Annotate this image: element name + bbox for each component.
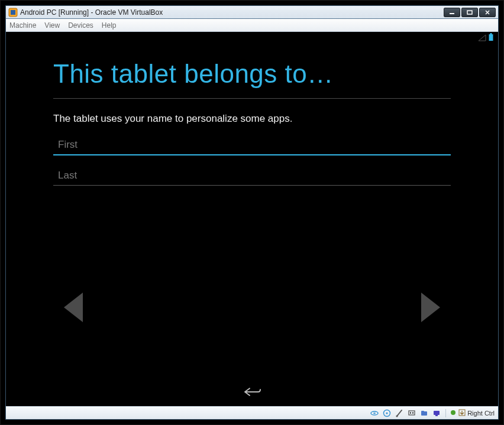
shared-folders-icon[interactable] (419, 408, 429, 418)
next-arrow-button[interactable] (419, 290, 445, 327)
svg-rect-17 (435, 415, 438, 416)
back-nav-icon[interactable] (241, 386, 263, 400)
optical-disk-icon[interactable] (382, 408, 392, 418)
svg-rect-11 (409, 411, 415, 415)
window-titlebar: Android PC [Running] - Oracle VM Virtual… (6, 6, 498, 19)
android-navbar (6, 380, 498, 406)
svg-rect-4 (490, 33, 492, 34)
svg-rect-12 (410, 412, 411, 414)
virtualbox-statusbar: Right Ctrl (6, 406, 498, 419)
display-icon[interactable] (432, 408, 441, 418)
first-name-input[interactable] (53, 135, 451, 155)
setup-description: The tablet uses your name to personalize… (53, 113, 451, 125)
svg-point-10 (396, 415, 398, 417)
menubar: Machine View Devices Help (6, 19, 498, 32)
android-statusbar (6, 32, 498, 45)
vm-display: This tablet belongs to… The tablet uses … (6, 32, 498, 406)
svg-rect-13 (412, 412, 413, 414)
svg-rect-16 (434, 411, 440, 415)
android-setup-screen: This tablet belongs to… The tablet uses … (6, 45, 498, 380)
mouse-integration-icon (450, 409, 457, 417)
setup-heading: This tablet belongs to… (53, 59, 451, 99)
svg-point-9 (386, 412, 388, 414)
svg-rect-2 (450, 13, 454, 14)
usb-icon[interactable] (395, 408, 404, 418)
back-arrow-button[interactable] (59, 290, 85, 327)
menu-machine[interactable]: Machine (9, 21, 36, 30)
svg-rect-5 (489, 34, 493, 41)
window-minimize-button[interactable] (444, 8, 460, 17)
svg-rect-15 (421, 411, 424, 412)
hostkey-label: Right Ctrl (467, 410, 495, 417)
svg-rect-3 (467, 11, 472, 14)
hostkey-arrow-icon (458, 409, 466, 417)
virtualbox-app-icon (8, 8, 18, 17)
svg-rect-1 (11, 10, 15, 15)
menu-devices[interactable]: Devices (68, 21, 93, 30)
hard-disk-icon[interactable] (370, 408, 379, 418)
window-title: Android PC [Running] - Oracle VM Virtual… (20, 8, 444, 17)
last-name-input[interactable] (53, 166, 451, 186)
window-close-button[interactable] (479, 8, 496, 17)
svg-point-18 (451, 410, 455, 415)
menu-help[interactable]: Help (102, 21, 117, 30)
svg-rect-14 (421, 411, 427, 416)
window-maximize-button[interactable] (461, 8, 478, 17)
network-icon[interactable] (407, 408, 416, 418)
battery-icon (489, 33, 493, 44)
signal-icon (478, 33, 486, 44)
menu-view[interactable]: View (44, 21, 60, 30)
svg-point-7 (373, 413, 376, 414)
